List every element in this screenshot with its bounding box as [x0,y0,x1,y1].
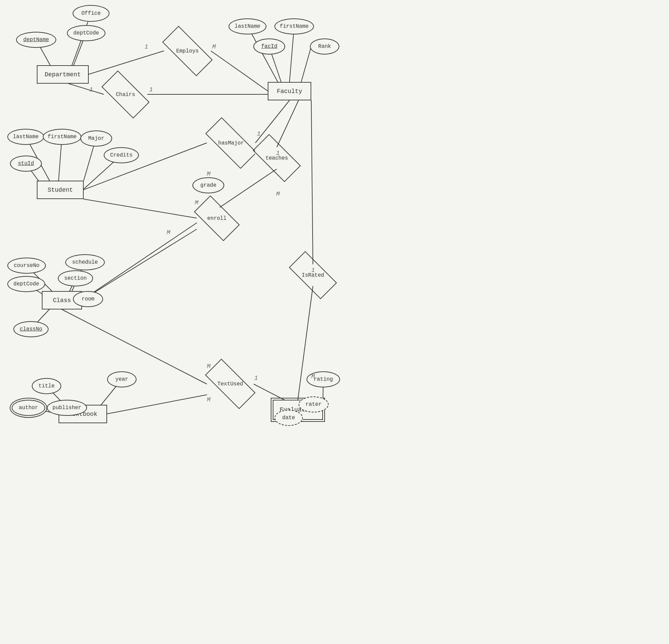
connections-svg [0,0,368,644]
entity-student: Student [37,181,84,199]
attr-room: room [73,291,103,307]
attr-class-deptcode: deptCode [8,276,45,292]
cardinality-textused-text: M [207,397,211,403]
cardinality-chairs-dept: 1 [89,86,93,93]
attr-year-label: year [115,376,128,382]
cardinality-enroll-stu: M [195,199,198,206]
attr-author: author [12,400,45,416]
entity-class-label: Class [53,297,71,304]
cardinality-textused-class: M [207,363,211,370]
attr-major: Major [80,130,112,146]
cardinality-enroll-class: M [167,229,170,236]
attr-facid-label: facId [261,43,277,49]
attr-facid: facId [253,39,285,55]
svg-line-10 [301,46,311,82]
attr-classno-label: classNo [20,326,42,332]
attr-room-label: room [82,296,94,302]
attr-stu-lastname: lastName [8,129,44,145]
attr-credits-label: Credits [110,152,132,158]
entity-faculty-label: Faculty [277,88,302,95]
attr-class-deptcode-label: deptCode [13,281,39,287]
svg-line-16 [84,143,207,190]
attr-fac-firstname: firstName [274,18,314,34]
svg-line-20 [82,169,277,300]
attr-stu-firstname: firstName [43,129,81,145]
attr-classno: classNo [13,321,48,337]
cardinality-teaches-class: M [276,191,280,197]
svg-line-8 [289,26,294,82]
attr-fac-lastname: lastName [229,18,266,34]
entity-department-label: Department [44,71,81,78]
svg-line-4 [211,51,268,91]
attr-credits: Credits [104,147,139,163]
attr-deptcode-label: deptCode [73,30,99,36]
rel-israted-label: IsRated [301,272,324,278]
entity-department: Department [37,65,89,84]
rel-employs: Employs [164,40,211,62]
rel-enroll: enroll [197,207,237,229]
entity-student-label: Student [47,187,73,194]
attr-rating-label: rating [314,376,333,382]
attr-rater: rater [299,397,329,413]
attr-deptname-label: deptName [24,37,49,43]
attr-schedule: schedule [65,254,105,270]
rel-hasmajor: hasMajor [207,132,255,154]
rel-chairs-label: Chairs [116,92,135,98]
attr-rank: Rank [310,39,339,55]
attr-title: title [32,378,61,394]
attr-stu-lastname-label: lastName [13,134,39,140]
rel-textused: TextUsed [207,373,254,395]
attr-author-label: author [19,405,38,411]
attr-deptname: deptName [16,32,56,48]
svg-line-19 [277,100,299,147]
attr-date-label: date [282,415,295,421]
cardinality-chairs-fac: 1 [149,86,153,93]
attr-title-label: title [39,383,55,389]
svg-line-28 [62,310,207,384]
attr-publisher-label: publisher [53,405,81,411]
attr-stuid-label: stuId [18,161,34,167]
attr-courseno-label: courseNo [14,263,40,269]
attr-deptcode: deptCode [67,25,105,41]
attr-stu-firstname-label: firstName [47,134,76,140]
cardinality-employs-1: 1 [145,43,148,50]
rel-teaches-label: teaches [266,155,288,161]
attr-courseno: courseNo [8,258,46,274]
rel-textused-label: TextUsed [217,381,243,387]
attr-rank-label: Rank [318,43,331,49]
cardinality-israted-eval: M [311,373,315,380]
svg-line-29 [107,395,207,414]
cardinality-hasmajor-stu: M [207,171,211,177]
attr-grade-label: grade [200,182,216,188]
attr-section-label: section [64,275,87,281]
rel-chairs: Chairs [104,84,147,105]
attr-section: section [58,270,93,286]
svg-line-5 [69,84,104,94]
attr-date: date [274,410,303,426]
cardinality-hasmajor-fac: 1 [257,130,261,137]
rel-enroll-label: enroll [207,215,227,221]
attr-publisher: publisher [47,400,87,416]
entity-faculty: Faculty [268,82,311,100]
cardinality-textused-eval: 1 [254,375,258,381]
attr-fac-firstname-label: firstName [280,24,309,29]
attr-year: year [107,371,137,387]
attr-fac-lastname-label: lastName [234,24,260,29]
svg-line-35 [311,100,313,264]
attr-rater-label: rater [305,401,322,407]
attr-office-label: Office [81,10,101,16]
svg-line-18 [84,199,197,218]
er-diagram: Department Student Class Textbook Facult… [0,0,368,644]
attr-major-label: Major [88,135,104,142]
cardinality-employs-m: M [212,43,216,50]
attr-schedule-label: schedule [72,259,98,265]
attr-stuid: stuId [10,156,42,172]
rel-hasmajor-label: hasMajor [218,140,244,146]
attr-grade: grade [193,177,224,194]
rel-employs-label: Employs [176,48,198,54]
attr-office: Office [73,5,110,22]
svg-line-3 [89,51,164,74]
